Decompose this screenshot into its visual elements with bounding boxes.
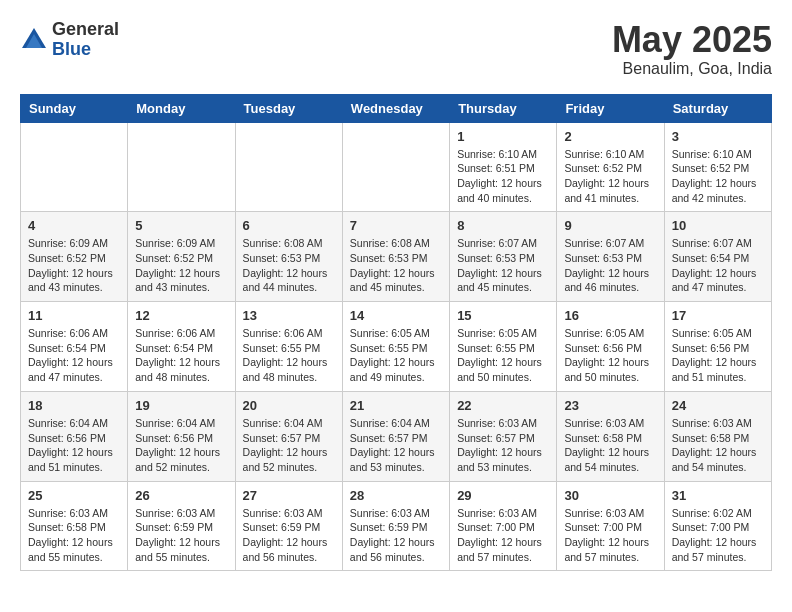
logo-text: General Blue <box>52 20 119 60</box>
day-number: 26 <box>135 488 227 503</box>
logo-general: General <box>52 20 119 40</box>
day-number: 17 <box>672 308 764 323</box>
day-info: Sunrise: 6:03 AM Sunset: 6:59 PM Dayligh… <box>243 506 335 565</box>
header-cell-tuesday: Tuesday <box>235 94 342 122</box>
day-number: 1 <box>457 129 549 144</box>
week-row-3: 18Sunrise: 6:04 AM Sunset: 6:56 PM Dayli… <box>21 391 772 481</box>
day-info: Sunrise: 6:03 AM Sunset: 6:57 PM Dayligh… <box>457 416 549 475</box>
day-number: 11 <box>28 308 120 323</box>
month-title: May 2025 <box>612 20 772 60</box>
day-number: 22 <box>457 398 549 413</box>
day-number: 15 <box>457 308 549 323</box>
day-info: Sunrise: 6:03 AM Sunset: 6:58 PM Dayligh… <box>672 416 764 475</box>
calendar-header: SundayMondayTuesdayWednesdayThursdayFrid… <box>21 94 772 122</box>
day-info: Sunrise: 6:10 AM Sunset: 6:52 PM Dayligh… <box>672 147 764 206</box>
day-number: 9 <box>564 218 656 233</box>
day-info: Sunrise: 6:05 AM Sunset: 6:56 PM Dayligh… <box>564 326 656 385</box>
day-cell: 6Sunrise: 6:08 AM Sunset: 6:53 PM Daylig… <box>235 212 342 302</box>
day-cell: 8Sunrise: 6:07 AM Sunset: 6:53 PM Daylig… <box>450 212 557 302</box>
day-cell: 19Sunrise: 6:04 AM Sunset: 6:56 PM Dayli… <box>128 391 235 481</box>
day-info: Sunrise: 6:07 AM Sunset: 6:54 PM Dayligh… <box>672 236 764 295</box>
day-cell: 16Sunrise: 6:05 AM Sunset: 6:56 PM Dayli… <box>557 302 664 392</box>
day-number: 24 <box>672 398 764 413</box>
day-cell: 29Sunrise: 6:03 AM Sunset: 7:00 PM Dayli… <box>450 481 557 571</box>
day-cell: 31Sunrise: 6:02 AM Sunset: 7:00 PM Dayli… <box>664 481 771 571</box>
day-cell: 15Sunrise: 6:05 AM Sunset: 6:55 PM Dayli… <box>450 302 557 392</box>
day-cell: 21Sunrise: 6:04 AM Sunset: 6:57 PM Dayli… <box>342 391 449 481</box>
day-cell: 4Sunrise: 6:09 AM Sunset: 6:52 PM Daylig… <box>21 212 128 302</box>
day-number: 25 <box>28 488 120 503</box>
day-info: Sunrise: 6:05 AM Sunset: 6:56 PM Dayligh… <box>672 326 764 385</box>
day-cell: 14Sunrise: 6:05 AM Sunset: 6:55 PM Dayli… <box>342 302 449 392</box>
day-cell: 9Sunrise: 6:07 AM Sunset: 6:53 PM Daylig… <box>557 212 664 302</box>
day-info: Sunrise: 6:06 AM Sunset: 6:54 PM Dayligh… <box>28 326 120 385</box>
day-cell: 20Sunrise: 6:04 AM Sunset: 6:57 PM Dayli… <box>235 391 342 481</box>
day-cell: 17Sunrise: 6:05 AM Sunset: 6:56 PM Dayli… <box>664 302 771 392</box>
header-cell-wednesday: Wednesday <box>342 94 449 122</box>
day-cell: 27Sunrise: 6:03 AM Sunset: 6:59 PM Dayli… <box>235 481 342 571</box>
day-info: Sunrise: 6:02 AM Sunset: 7:00 PM Dayligh… <box>672 506 764 565</box>
day-info: Sunrise: 6:06 AM Sunset: 6:55 PM Dayligh… <box>243 326 335 385</box>
day-number: 2 <box>564 129 656 144</box>
day-info: Sunrise: 6:06 AM Sunset: 6:54 PM Dayligh… <box>135 326 227 385</box>
header-cell-saturday: Saturday <box>664 94 771 122</box>
day-info: Sunrise: 6:03 AM Sunset: 7:00 PM Dayligh… <box>457 506 549 565</box>
day-number: 29 <box>457 488 549 503</box>
day-cell <box>342 122 449 212</box>
day-number: 30 <box>564 488 656 503</box>
day-number: 6 <box>243 218 335 233</box>
day-cell <box>21 122 128 212</box>
day-number: 14 <box>350 308 442 323</box>
day-cell: 5Sunrise: 6:09 AM Sunset: 6:52 PM Daylig… <box>128 212 235 302</box>
title-block: May 2025 Benaulim, Goa, India <box>612 20 772 78</box>
day-number: 3 <box>672 129 764 144</box>
day-cell <box>235 122 342 212</box>
logo: General Blue <box>20 20 119 60</box>
day-cell: 24Sunrise: 6:03 AM Sunset: 6:58 PM Dayli… <box>664 391 771 481</box>
page-header: General Blue May 2025 Benaulim, Goa, Ind… <box>20 20 772 78</box>
day-cell <box>128 122 235 212</box>
day-info: Sunrise: 6:05 AM Sunset: 6:55 PM Dayligh… <box>457 326 549 385</box>
day-number: 18 <box>28 398 120 413</box>
day-info: Sunrise: 6:07 AM Sunset: 6:53 PM Dayligh… <box>457 236 549 295</box>
day-number: 8 <box>457 218 549 233</box>
day-cell: 30Sunrise: 6:03 AM Sunset: 7:00 PM Dayli… <box>557 481 664 571</box>
day-info: Sunrise: 6:08 AM Sunset: 6:53 PM Dayligh… <box>350 236 442 295</box>
day-cell: 13Sunrise: 6:06 AM Sunset: 6:55 PM Dayli… <box>235 302 342 392</box>
day-number: 16 <box>564 308 656 323</box>
day-cell: 7Sunrise: 6:08 AM Sunset: 6:53 PM Daylig… <box>342 212 449 302</box>
header-cell-thursday: Thursday <box>450 94 557 122</box>
day-number: 21 <box>350 398 442 413</box>
day-number: 27 <box>243 488 335 503</box>
day-cell: 11Sunrise: 6:06 AM Sunset: 6:54 PM Dayli… <box>21 302 128 392</box>
day-cell: 10Sunrise: 6:07 AM Sunset: 6:54 PM Dayli… <box>664 212 771 302</box>
day-cell: 18Sunrise: 6:04 AM Sunset: 6:56 PM Dayli… <box>21 391 128 481</box>
week-row-0: 1Sunrise: 6:10 AM Sunset: 6:51 PM Daylig… <box>21 122 772 212</box>
day-info: Sunrise: 6:10 AM Sunset: 6:51 PM Dayligh… <box>457 147 549 206</box>
header-cell-friday: Friday <box>557 94 664 122</box>
day-cell: 25Sunrise: 6:03 AM Sunset: 6:58 PM Dayli… <box>21 481 128 571</box>
day-info: Sunrise: 6:07 AM Sunset: 6:53 PM Dayligh… <box>564 236 656 295</box>
day-info: Sunrise: 6:10 AM Sunset: 6:52 PM Dayligh… <box>564 147 656 206</box>
calendar-body: 1Sunrise: 6:10 AM Sunset: 6:51 PM Daylig… <box>21 122 772 571</box>
day-number: 23 <box>564 398 656 413</box>
day-number: 13 <box>243 308 335 323</box>
week-row-2: 11Sunrise: 6:06 AM Sunset: 6:54 PM Dayli… <box>21 302 772 392</box>
day-number: 12 <box>135 308 227 323</box>
day-info: Sunrise: 6:03 AM Sunset: 6:59 PM Dayligh… <box>135 506 227 565</box>
day-info: Sunrise: 6:09 AM Sunset: 6:52 PM Dayligh… <box>135 236 227 295</box>
day-info: Sunrise: 6:08 AM Sunset: 6:53 PM Dayligh… <box>243 236 335 295</box>
day-cell: 23Sunrise: 6:03 AM Sunset: 6:58 PM Dayli… <box>557 391 664 481</box>
calendar-table: SundayMondayTuesdayWednesdayThursdayFrid… <box>20 94 772 572</box>
day-cell: 2Sunrise: 6:10 AM Sunset: 6:52 PM Daylig… <box>557 122 664 212</box>
day-info: Sunrise: 6:09 AM Sunset: 6:52 PM Dayligh… <box>28 236 120 295</box>
day-info: Sunrise: 6:04 AM Sunset: 6:57 PM Dayligh… <box>243 416 335 475</box>
day-info: Sunrise: 6:03 AM Sunset: 7:00 PM Dayligh… <box>564 506 656 565</box>
day-number: 7 <box>350 218 442 233</box>
logo-icon <box>20 26 48 54</box>
day-number: 28 <box>350 488 442 503</box>
day-number: 4 <box>28 218 120 233</box>
header-row: SundayMondayTuesdayWednesdayThursdayFrid… <box>21 94 772 122</box>
day-info: Sunrise: 6:03 AM Sunset: 6:58 PM Dayligh… <box>564 416 656 475</box>
day-number: 10 <box>672 218 764 233</box>
